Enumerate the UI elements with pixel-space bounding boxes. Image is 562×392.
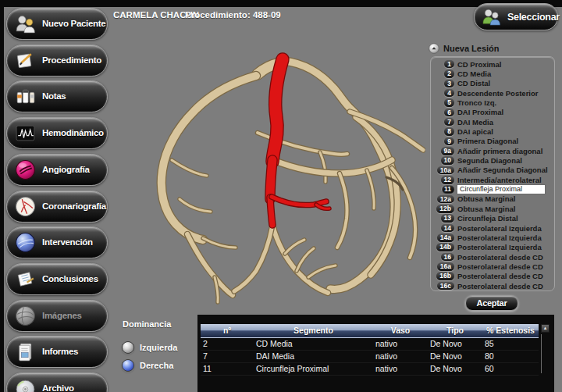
highlighted-vessel[interactable] <box>270 59 329 225</box>
sidebar-item-label: Procedimiento <box>42 55 101 66</box>
table-cell: 2 <box>201 338 254 350</box>
dominance-option-label: Derecha <box>140 361 173 370</box>
lesion-list-item[interactable]: 14bPosterolateral Izquierda <box>434 243 554 252</box>
lesion-segment-list: 1CD Proximal2CD Media3CD Distal4Descende… <box>430 56 555 291</box>
lesion-number-badge: 10 <box>441 156 454 165</box>
lesion-number-badge: 9 <box>444 137 454 146</box>
sidebar-item-notas[interactable]: Notas <box>6 80 108 112</box>
table-cell: nativo <box>373 338 428 350</box>
lesion-list-item[interactable]: 14aPosterolateral Izquierda <box>434 233 554 242</box>
table-row[interactable]: 11Circunfleja ProximalnativoDe Novo60 <box>201 363 539 376</box>
lesion-list-item[interactable]: 12aObtusa Marginal <box>434 194 554 204</box>
lesion-list-item[interactable]: 9Primera Diagonal <box>434 137 554 146</box>
lesion-label: Posterolateral desde CD <box>457 282 543 290</box>
lesion-number: 10 <box>434 156 454 165</box>
scroll-up-arrow-icon[interactable]: ▲ <box>541 324 550 333</box>
lesion-list-item[interactable]: 16bPosterolateral desde CD <box>434 272 554 281</box>
dominance-option-derecha[interactable]: Derecha <box>122 359 173 372</box>
coronary-tree <box>162 61 423 302</box>
lesion-list-item[interactable]: 16Posterolateral desde CD <box>434 252 554 262</box>
lesion-number: 7 <box>434 118 454 127</box>
lesion-name-edit-field[interactable]: Circunfleja Proximal <box>457 184 546 195</box>
lesion-list-item[interactable]: 8DAI apical <box>434 127 554 136</box>
lesion-number: 9a <box>434 147 454 155</box>
sidebar-item-label: Imágenes <box>42 311 82 321</box>
sidebar-item-label: Informes <box>42 347 78 357</box>
lesion-list-item[interactable]: 2CD Media <box>434 69 554 78</box>
notes-icon <box>14 85 37 108</box>
table-column-header: Vaso <box>373 324 428 337</box>
lesion-number-badge: 11 <box>441 185 454 194</box>
table-row[interactable]: 7DAI MedianativoDe Novo80 <box>201 351 539 363</box>
lesion-list-item[interactable]: 10Segunda Diagonal <box>434 155 554 165</box>
new-lesion-title: Nueva Lesión <box>443 44 500 53</box>
images-icon <box>14 305 37 327</box>
lesion-label: Descendente Posterior <box>457 89 538 98</box>
lesion-label: Primera Diagonal <box>457 137 518 145</box>
sidebar-item-coronariografia[interactable]: Coronariografía <box>6 191 108 223</box>
lesion-list-item[interactable]: 7DAI Media <box>434 117 554 127</box>
new-lesion-radio-icon[interactable] <box>429 43 439 54</box>
lesion-number: 16a <box>434 262 454 271</box>
lesion-number: 14b <box>434 243 454 251</box>
radio-unselected-icon[interactable] <box>122 341 134 354</box>
lesion-list-item[interactable]: 5Tronco Izq. <box>434 98 554 107</box>
lesion-list-item[interactable]: 12bObtusa Marginal <box>434 204 554 213</box>
lesion-list-item[interactable]: 13Circunfleja Distal <box>434 214 554 223</box>
sidebar-item-angiografia[interactable]: Angiografía <box>6 154 108 186</box>
lesion-list-item[interactable]: 16cPosterolateral desde CD <box>434 281 554 290</box>
stenosis-table: nºSegmentoVasoTipo% Estenosis 2CD Median… <box>197 315 554 392</box>
sidebar-item-label: Archivo <box>42 383 74 392</box>
sidebar-item-hemodinamico[interactable]: Hemodinámico <box>6 117 108 149</box>
lesion-list-item[interactable]: 16aPosterolateral desde CD <box>434 262 554 271</box>
lesion-number-badge: 13 <box>441 214 454 223</box>
lesion-list-item[interactable]: 10aAñadir Segunda Diagonal <box>434 166 554 175</box>
lesion-list-item[interactable]: 14Posterolateral Izquierda <box>434 223 554 233</box>
lesion-list-item[interactable]: 3CD Distal <box>434 79 554 88</box>
lesion-label: CD Media <box>457 69 491 78</box>
reports-icon <box>14 340 37 363</box>
lesion-list-item[interactable]: 6DAI Proximal <box>434 108 554 117</box>
lesion-list-item[interactable]: 1CD Proximal <box>434 59 554 69</box>
procedure-number: Procedimiento: 488-09 <box>185 10 281 20</box>
sidebar-item-archivo[interactable]: Archivo <box>6 372 108 392</box>
sidebar-item-informes[interactable]: Informes <box>6 336 108 368</box>
new-lesion-header[interactable]: Nueva Lesión <box>429 43 500 54</box>
lesion-number: 14 <box>434 224 454 233</box>
table-cell: De Novo <box>428 363 482 375</box>
sidebar-item-conclusiones[interactable]: Conclusiones <box>6 263 108 295</box>
table-row[interactable]: 2CD MedianativoDe Novo85 <box>201 338 539 351</box>
sidebar-item-nuevo-paciente[interactable]: Nuevo Paciente <box>6 8 108 40</box>
lesion-label: Obtusa Marginal <box>457 205 515 213</box>
intervention-icon <box>14 231 37 254</box>
table-cell: De Novo <box>428 338 482 350</box>
lesion-label: CD Distal <box>457 79 490 87</box>
lesion-list-item[interactable]: 4Descendente Posterior <box>434 88 554 98</box>
lesion-number-badge: 6 <box>444 109 454 117</box>
lesion-number-badge: 5 <box>444 98 454 107</box>
lesion-number-badge: 14b <box>436 243 454 251</box>
scrollbar-track[interactable] <box>541 334 542 373</box>
lesion-list-item[interactable]: 12Intermedia/anterolateral <box>434 175 554 184</box>
lesion-label: Segunda Diagonal <box>457 156 522 165</box>
sidebar-item-imagenes[interactable]: Imágenes <box>6 300 108 332</box>
application-window: CARMELA CHACUN Procedimiento: 488-09 Sel… <box>0 0 562 392</box>
dominance-option-izquierda[interactable]: Izquierda <box>122 341 177 354</box>
accept-button[interactable]: Aceptar <box>465 295 518 311</box>
lesion-list-item[interactable]: 9aAñadir primera diagonal <box>434 146 554 155</box>
sidebar-item-intervencion[interactable]: Intervención <box>6 226 108 258</box>
lesion-list-item[interactable]: 11Circunfleja Proximal <box>434 184 554 194</box>
lesion-number: 13 <box>434 214 454 223</box>
select-patient-button[interactable]: Seleccionar <box>474 3 558 30</box>
heart-3d-view[interactable] <box>140 43 425 316</box>
lesion-number: 16c <box>434 282 454 290</box>
lesion-number: 3 <box>434 80 454 88</box>
radio-selected-icon[interactable] <box>122 359 134 372</box>
lesion-number-badge: 12a <box>437 195 454 204</box>
lesion-label: DAI Proximal <box>457 108 503 116</box>
sidebar-item-label: Notas <box>42 91 66 102</box>
sidebar-item-procedimiento[interactable]: Procedimiento <box>6 45 108 77</box>
lesion-number: 5 <box>434 98 454 107</box>
lesion-number-badge: 16 <box>441 253 454 262</box>
lesion-label: Posterolateral Izquierda <box>457 224 542 233</box>
